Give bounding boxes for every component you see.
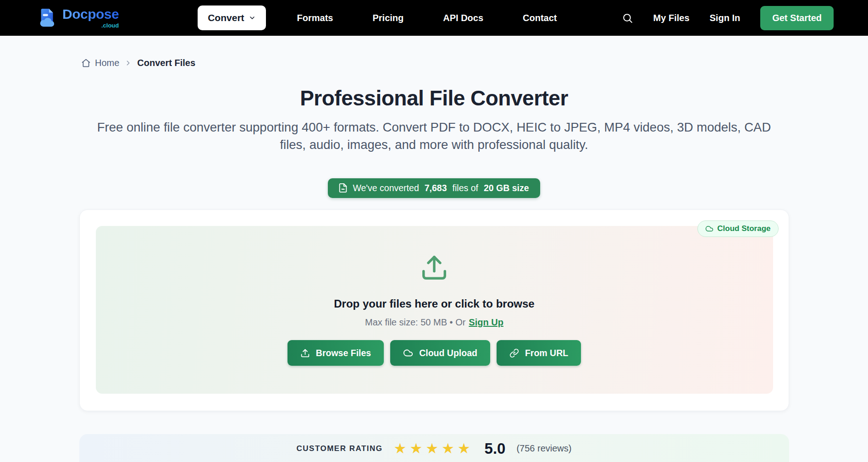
brand-logo[interactable]: Docpose .cloud (37, 7, 119, 28)
brand-wordmark: Docpose .cloud (62, 7, 119, 28)
stats-prefix: We've converted (353, 183, 419, 193)
stats-size: 20 GB size (484, 183, 529, 193)
file-scan-icon (338, 183, 348, 193)
file-dropzone[interactable]: Drop your files here or click to browse … (96, 226, 773, 394)
nav-link-sign-in[interactable]: Sign In (710, 13, 741, 23)
customer-rating-strip: CUSTOMER RATING ★★★★★ 5.0 (756 reviews) (79, 434, 789, 462)
convert-menu-button[interactable]: Convert (198, 6, 265, 30)
cloud-upload-label: Cloud Upload (419, 348, 477, 358)
conversion-stats-badge: We've converted 7,683 files of 20 GB siz… (328, 178, 540, 198)
nav-link-my-files[interactable]: My Files (653, 13, 690, 23)
nav-right-group: My Files Sign In Get Started (622, 6, 834, 30)
chevron-down-icon (249, 14, 256, 22)
rating-score: 5.0 (485, 440, 506, 457)
nav-link-api-docs[interactable]: API Docs (443, 13, 483, 23)
home-icon (81, 58, 91, 68)
max-file-size-text: Max file size: 50 MB • Or (365, 317, 465, 328)
rating-label: CUSTOMER RATING (297, 444, 383, 453)
from-url-button[interactable]: From URL (497, 340, 581, 366)
search-icon (622, 12, 633, 24)
convert-menu-label: Convert (208, 12, 244, 23)
search-button[interactable] (622, 12, 633, 24)
nav-link-contact[interactable]: Contact (523, 13, 557, 23)
stats-middle: files of (453, 183, 478, 193)
cloud-storage-label: Cloud Storage (717, 224, 770, 233)
get-started-button[interactable]: Get Started (760, 6, 834, 30)
star-rating: ★★★★★ (394, 441, 474, 456)
cloud-icon (403, 348, 413, 358)
page-subtitle: Free online file converter supporting 40… (97, 119, 771, 154)
breadcrumb: Home Convert Files (81, 58, 868, 68)
breadcrumb-current: Convert Files (137, 58, 195, 68)
rating-reviews-count: (756 reviews) (516, 443, 571, 454)
breadcrumb-home-link[interactable]: Home (81, 58, 119, 68)
upload-card: Cloud Storage Drop your files here or cl… (79, 209, 789, 411)
top-nav: Docpose .cloud Convert Formats Pricing A… (0, 0, 868, 36)
cloud-upload-button[interactable]: Cloud Upload (390, 340, 490, 366)
cloud-icon (705, 225, 713, 233)
upload-icon (420, 253, 448, 282)
nav-link-pricing[interactable]: Pricing (372, 13, 404, 23)
brand-tld: .cloud (101, 22, 119, 28)
cloud-storage-badge[interactable]: Cloud Storage (697, 220, 778, 237)
upload-actions: Browse Files Cloud Upload From URL (287, 340, 581, 366)
breadcrumb-home-label: Home (95, 58, 119, 68)
rating-row: CUSTOMER RATING ★★★★★ 5.0 (756 reviews) (297, 440, 572, 457)
page-title: Professional File Converter (0, 86, 868, 110)
nav-link-formats[interactable]: Formats (297, 13, 333, 23)
primary-nav-links: Formats Pricing API Docs Contact (297, 13, 557, 23)
from-url-label: From URL (525, 348, 568, 358)
dropzone-title: Drop your files here or click to browse (334, 297, 534, 310)
sign-up-link[interactable]: Sign Up (469, 317, 503, 328)
upload-icon (300, 348, 310, 358)
browse-files-button[interactable]: Browse Files (287, 340, 384, 366)
link-icon (509, 348, 519, 358)
chevron-right-icon (124, 59, 132, 67)
stats-count: 7,683 (425, 183, 447, 193)
docpose-logo-icon (37, 7, 58, 28)
dropzone-note: Max file size: 50 MB • Or Sign Up (365, 317, 503, 328)
browse-files-label: Browse Files (316, 348, 371, 358)
hero-section: Professional File Converter Free online … (0, 86, 868, 198)
brand-name: Docpose (62, 7, 119, 21)
